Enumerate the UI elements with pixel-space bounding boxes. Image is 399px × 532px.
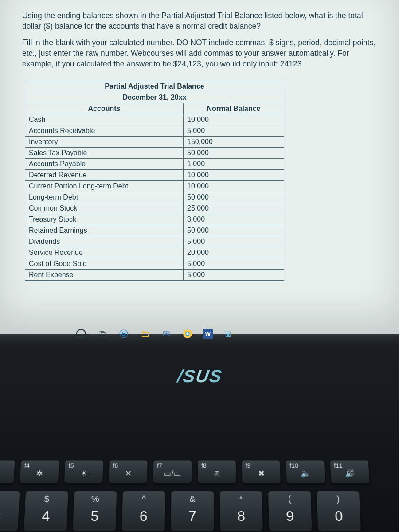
question-paragraph-1: Using the ending balances shown in the P… <box>22 11 382 31</box>
num-key-upper: ^ <box>142 494 146 504</box>
account-cell: Retained Earnings <box>25 225 184 236</box>
task-view-icon[interactable]: ⧉ <box>97 328 108 340</box>
fn-key-label: f11 <box>334 462 343 469</box>
screen-content: Using the ending balances shown in the P… <box>0 0 399 334</box>
table-row: Current Portion Long-term Debt10,000 <box>25 181 284 192</box>
notepad-icon[interactable]: 🗎 <box>223 328 234 340</box>
account-cell: Long-term Debt <box>25 192 184 203</box>
fn-key-glyph-icon: ✕ <box>125 469 132 478</box>
num-key-3[interactable]: 3 <box>0 491 20 531</box>
header-accounts: Accounts <box>25 103 184 114</box>
balance-cell: 50,000 <box>184 192 284 203</box>
balance-cell: 50,000 <box>184 148 284 159</box>
fn-key-f3[interactable]: f3 <box>0 461 15 483</box>
num-key-4[interactable]: $4 <box>24 491 68 531</box>
table-subtitle: December 31, 20xx <box>25 92 284 103</box>
cortana-icon[interactable] <box>75 328 87 340</box>
trial-balance-table: Partial Adjusted Trial Balance December … <box>25 81 284 281</box>
balance-cell: 5,000 <box>184 270 284 281</box>
table-row: Cash10,000 <box>25 114 284 125</box>
fn-key-f8[interactable]: f8⎚ <box>198 461 236 483</box>
account-cell: Service Revenue <box>25 247 184 258</box>
fn-key-label: f8 <box>201 462 207 469</box>
table-row: Common Stock25,000 <box>25 203 284 214</box>
fn-key-glyph-icon: ✖ <box>258 469 265 478</box>
fn-key-label: f5 <box>68 462 74 469</box>
num-key-5[interactable]: %5 <box>73 491 117 531</box>
fn-key-f7[interactable]: f7▭/▭ <box>153 461 192 483</box>
word-icon[interactable]: W <box>203 329 213 339</box>
trial-balance-table-wrap: Partial Adjusted Trial Balance December … <box>25 81 382 281</box>
table-title: Partial Adjusted Trial Balance <box>25 81 284 92</box>
num-key-0[interactable]: )0 <box>317 491 361 531</box>
table-row: Rent Expense5,000 <box>25 270 284 281</box>
num-key-lower: 8 <box>237 508 245 524</box>
table-row: Cost of Good Sold5,000 <box>25 258 284 270</box>
windows-taskbar: ⧉ ⓔ 🗀 ✉ W 🗎 <box>75 328 234 340</box>
fn-key-glyph-icon: 🔈 <box>301 469 311 478</box>
fn-key-glyph-icon: 🔊 <box>345 469 355 478</box>
balance-cell: 10,000 <box>184 170 284 181</box>
num-key-8[interactable]: *8 <box>220 491 263 531</box>
balance-cell: 10,000 <box>184 114 284 125</box>
table-row: Treasury Stock3,000 <box>25 214 284 225</box>
table-row: Dividends5,000 <box>25 236 284 247</box>
balance-cell: 20,000 <box>184 247 284 258</box>
keyboard: f3f4✲f5☀f6✕f7▭/▭f8⎚f9✖f10🔈f11🔊 3$4%5^6&7… <box>0 460 399 532</box>
account-cell: Cost of Good Sold <box>25 258 184 270</box>
account-cell: Treasury Stock <box>25 214 184 225</box>
question-paragraph-2: Fill in the blank with your calculated n… <box>22 38 382 69</box>
account-cell: Cash <box>25 114 184 125</box>
fn-key-glyph-icon: ▭/▭ <box>164 469 181 478</box>
header-balance: Normal Balance <box>184 103 284 114</box>
chrome-icon[interactable] <box>182 328 193 340</box>
account-cell: Deferred Revenue <box>25 170 184 181</box>
fn-key-f6[interactable]: f6✕ <box>109 461 147 483</box>
num-key-upper: ( <box>288 494 291 504</box>
account-cell: Current Portion Long-term Debt <box>25 181 184 192</box>
table-row: Sales Tax Payable50,000 <box>25 148 284 159</box>
table-row: Service Revenue20,000 <box>25 247 284 258</box>
num-key-7[interactable]: &7 <box>171 491 214 531</box>
table-row: Long-term Debt50,000 <box>25 192 284 203</box>
table-row: Deferred Revenue10,000 <box>25 170 284 181</box>
balance-cell: 25,000 <box>184 203 284 214</box>
asus-logo: /SUS <box>176 366 224 386</box>
balance-cell: 3,000 <box>184 214 284 225</box>
edge-icon[interactable]: ⓔ <box>118 328 129 340</box>
table-row: Accounts Payable1,000 <box>25 159 284 170</box>
num-key-upper: $ <box>44 494 49 504</box>
fn-key-glyph-icon: ☀ <box>80 469 87 478</box>
fn-key-f11[interactable]: f11🔊 <box>330 461 370 483</box>
account-cell: Dividends <box>25 236 184 247</box>
fn-key-glyph-icon: ✲ <box>36 469 43 478</box>
num-key-lower: 9 <box>286 508 294 524</box>
account-cell: Sales Tax Payable <box>25 148 184 159</box>
fn-key-f5[interactable]: f5☀ <box>64 461 103 483</box>
fn-key-f10[interactable]: f10🔈 <box>286 461 325 483</box>
table-row: Inventory150,000 <box>25 137 284 148</box>
num-key-6[interactable]: ^6 <box>122 491 165 531</box>
num-key-upper: * <box>239 494 243 504</box>
account-cell: Inventory <box>25 137 184 148</box>
table-row: Accounts Receivable5,000 <box>25 125 284 137</box>
fn-key-f9[interactable]: f9✖ <box>242 461 281 483</box>
balance-cell: 5,000 <box>184 125 284 137</box>
mail-icon[interactable]: ✉ <box>160 328 172 340</box>
num-key-9[interactable]: (9 <box>268 491 312 531</box>
account-cell: Accounts Payable <box>25 159 184 170</box>
num-key-lower: 4 <box>42 508 51 524</box>
balance-cell: 1,000 <box>184 159 284 170</box>
balance-cell: 10,000 <box>184 181 284 192</box>
balance-cell: 150,000 <box>184 137 284 148</box>
account-cell: Accounts Receivable <box>25 125 184 137</box>
fn-key-f4[interactable]: f4✲ <box>20 461 59 483</box>
num-key-lower: 6 <box>140 508 148 524</box>
num-key-lower: 5 <box>90 508 99 524</box>
balance-cell: 5,000 <box>184 258 284 270</box>
question-block: Using the ending balances shown in the P… <box>22 11 382 69</box>
file-explorer-icon[interactable]: 🗀 <box>139 328 151 340</box>
svg-point-2 <box>186 332 189 335</box>
num-key-upper: & <box>189 494 195 504</box>
account-cell: Common Stock <box>25 203 184 214</box>
